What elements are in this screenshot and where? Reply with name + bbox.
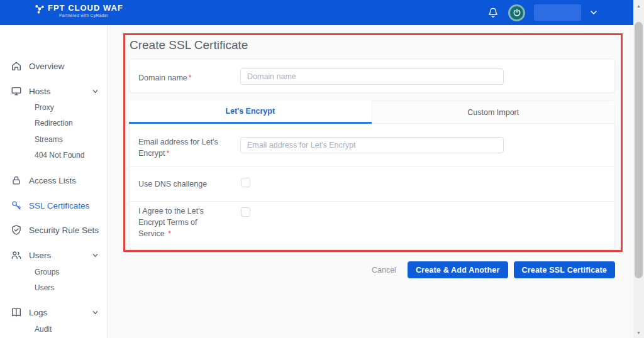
create-ssl-certificate-button[interactable]: Create SSL Certificate xyxy=(514,261,615,278)
agree-tos-row: I Agree to the Let's Encrypt Terms of Se… xyxy=(130,202,614,249)
dns-challenge-checkbox[interactable] xyxy=(241,178,250,187)
email-label: Email address for Let's Encrypt* xyxy=(138,136,233,159)
domain-name-label: Domain name* xyxy=(138,72,192,84)
brand-tagline: Partnered with CyRadar xyxy=(59,14,123,18)
chevron-down-icon[interactable] xyxy=(92,309,99,316)
email-field-row: Email address for Let's Encrypt* xyxy=(130,124,614,166)
required-asterisk: * xyxy=(168,229,171,238)
page-title: Create SSL Certificate xyxy=(130,38,248,52)
sidebar-item-label: Overview xyxy=(29,62,64,71)
sidebar-item-label: Logs xyxy=(29,308,47,317)
key-icon xyxy=(11,200,22,211)
users-icon xyxy=(11,249,22,261)
dns-challenge-label: Use DNS challenge xyxy=(138,178,207,190)
email-input[interactable] xyxy=(240,137,504,153)
user-menu-chevron-down-icon[interactable] xyxy=(590,9,597,16)
monitor-icon xyxy=(11,85,22,97)
domain-name-input[interactable] xyxy=(240,68,504,85)
app-window: FPT CLOUD WAF Partnered with CyRadar ▲ xyxy=(0,0,644,338)
sidebar-item-label: Users xyxy=(29,251,51,260)
scroll-up-arrow-icon[interactable]: ▲ xyxy=(633,4,644,8)
tab-lets-encrypt[interactable]: Let's Encrypt xyxy=(129,101,372,124)
user-avatar-power-icon[interactable] xyxy=(508,4,525,21)
scrollbar-thumb[interactable] xyxy=(635,22,643,278)
sidebar-item-security-rule-sets[interactable]: Security Rule Sets xyxy=(0,222,108,237)
book-icon xyxy=(11,307,22,318)
brand-molecule-icon xyxy=(35,4,45,14)
sidebar-item-access-lists[interactable]: Access Lists xyxy=(0,173,108,188)
sidebar: Overview Hosts Proxy Redirection Streams… xyxy=(0,25,108,338)
sidebar-item-label: Hosts xyxy=(29,87,51,96)
form-actions: Cancel Create & Add Another Create SSL C… xyxy=(372,261,615,278)
certificate-type-tabs: Let's Encrypt Custom Import xyxy=(129,101,615,124)
sidebar-item-ssl-certificates[interactable]: SSL Certificates xyxy=(0,198,108,213)
sidebar-item-streams[interactable]: Streams xyxy=(0,132,108,147)
sidebar-item-audit[interactable]: Audit xyxy=(0,322,108,337)
topbar: FPT CLOUD WAF Partnered with CyRadar xyxy=(0,0,633,25)
sidebar-item-logs[interactable]: Logs xyxy=(0,305,108,320)
brand-logo: FPT CLOUD WAF Partnered with CyRadar xyxy=(35,4,123,18)
sidebar-item-404-not-found[interactable]: 404 Not Found xyxy=(0,148,108,163)
notifications-bell-icon[interactable] xyxy=(487,6,499,19)
sidebar-item-hosts[interactable]: Hosts xyxy=(0,84,108,99)
dns-challenge-row: Use DNS challenge xyxy=(130,166,614,201)
sidebar-item-label: Security Rule Sets xyxy=(29,226,99,235)
agree-tos-label: I Agree to the Let's Encrypt Terms of Se… xyxy=(138,205,223,239)
cancel-button[interactable]: Cancel xyxy=(372,266,396,275)
create-add-another-button[interactable]: Create & Add Another xyxy=(408,261,508,278)
sidebar-item-overview[interactable]: Overview xyxy=(0,58,108,74)
tab-custom-import[interactable]: Custom Import xyxy=(372,101,616,124)
chevron-down-icon[interactable] xyxy=(92,252,99,259)
sidebar-item-label: Access Lists xyxy=(29,176,76,185)
sidebar-item-proxy[interactable]: Proxy xyxy=(0,100,108,115)
scroll-down-arrow-icon[interactable]: ▼ xyxy=(633,330,644,335)
sidebar-item-redirection[interactable]: Redirection xyxy=(0,116,108,131)
lock-icon xyxy=(11,175,22,186)
chevron-down-icon[interactable] xyxy=(92,88,99,95)
required-asterisk: * xyxy=(189,74,192,82)
home-icon xyxy=(11,60,22,72)
lets-encrypt-form-card: Email address for Let's Encrypt* Use DNS… xyxy=(129,124,615,249)
sidebar-item-groups[interactable]: Groups xyxy=(0,264,108,280)
sidebar-item-users-sub[interactable]: Users xyxy=(0,280,108,295)
sidebar-item-users[interactable]: Users xyxy=(0,248,108,263)
shield-check-icon xyxy=(11,224,22,236)
domain-name-card: Domain name* xyxy=(129,58,615,93)
agree-tos-checkbox[interactable] xyxy=(241,207,250,217)
required-asterisk: * xyxy=(166,149,169,158)
brand-name: FPT CLOUD WAF xyxy=(48,4,123,12)
page-scrollbar[interactable]: ▲ ▼ xyxy=(633,0,644,338)
sidebar-item-label: SSL Certificates xyxy=(29,201,89,210)
username-redacted[interactable] xyxy=(534,4,581,21)
